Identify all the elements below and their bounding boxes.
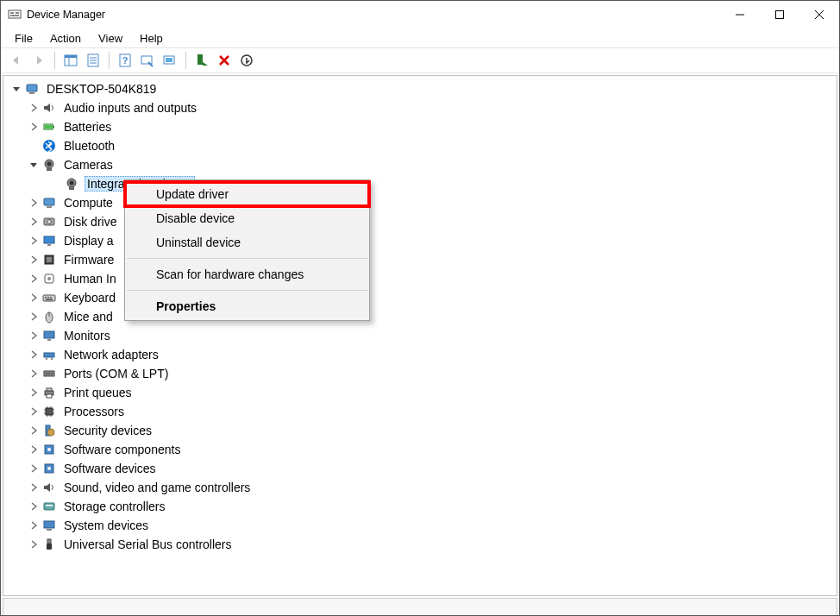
camera-icon [64, 176, 79, 192]
menu-action[interactable]: Action [41, 30, 90, 47]
tree-node-label: Firmware [62, 253, 116, 267]
svg-rect-51 [44, 331, 54, 338]
firmware-icon [41, 252, 57, 267]
expand-icon[interactable] [28, 349, 40, 361]
minimize-button[interactable] [720, 1, 760, 28]
expand-icon[interactable] [28, 121, 40, 133]
update-driver-button[interactable] [160, 50, 180, 71]
uninstall-device-button[interactable] [214, 50, 235, 71]
tree-category[interactable]: System devices [7, 516, 833, 535]
expand-icon[interactable] [28, 481, 40, 493]
computer-icon [41, 195, 57, 211]
scan-hardware-button[interactable] [137, 50, 158, 71]
expand-icon[interactable] [28, 235, 40, 247]
expand-icon[interactable] [28, 443, 40, 456]
tree-category[interactable]: Bluetooth [7, 136, 833, 155]
tree-category[interactable]: Audio inputs and outputs [7, 98, 833, 117]
mouse-icon [41, 309, 57, 324]
svg-rect-53 [44, 353, 54, 357]
sound-icon [41, 480, 57, 495]
expand-icon[interactable] [28, 197, 40, 209]
show-hide-tree-button[interactable] [60, 50, 81, 71]
svg-rect-9 [65, 55, 77, 58]
printer-icon [41, 385, 57, 400]
svg-rect-61 [47, 388, 52, 391]
menu-help[interactable]: Help [131, 30, 172, 47]
tree-root[interactable]: DESKTOP-504K819 [7, 79, 833, 98]
titlebar: Device Manager [1, 1, 839, 28]
enable-device-button[interactable] [191, 50, 212, 71]
ctx-separator [127, 258, 367, 259]
svg-rect-38 [44, 236, 54, 243]
tree-category[interactable]: Storage controllers [7, 497, 833, 516]
ctx-separator [127, 290, 367, 291]
bluetooth-icon [41, 138, 57, 154]
ctx-properties[interactable]: Properties [125, 294, 369, 318]
expand-icon[interactable] [28, 538, 40, 550]
help-button[interactable]: ? [115, 50, 135, 71]
expand-icon[interactable] [28, 368, 40, 380]
expand-icon[interactable] [28, 216, 40, 228]
toolbar-separator [109, 52, 110, 69]
back-button[interactable] [6, 50, 27, 71]
tree-category[interactable]: Sound, video and game controllers [7, 478, 833, 497]
expand-icon[interactable] [28, 405, 40, 418]
tree-node-label: Monitors [62, 329, 112, 343]
svg-rect-46 [47, 297, 49, 299]
tree-category[interactable]: Print queues [7, 383, 833, 402]
expand-icon[interactable] [28, 462, 40, 475]
svg-rect-63 [46, 408, 53, 415]
svg-rect-52 [47, 339, 51, 341]
maximize-button[interactable] [760, 1, 799, 28]
expand-icon[interactable] [28, 330, 40, 342]
collapse-icon[interactable] [10, 83, 22, 95]
toolbar: ? [1, 47, 839, 73]
tree-category[interactable]: Cameras [7, 155, 833, 174]
tree-category[interactable]: Monitors [7, 326, 833, 345]
svg-rect-35 [47, 206, 52, 208]
tree-node-label: Security devices [62, 424, 154, 437]
tree-category[interactable]: Batteries [7, 117, 833, 136]
ctx-disable-device[interactable]: Disable device [125, 206, 369, 230]
tree-node-label: Cameras [62, 158, 115, 172]
svg-point-58 [48, 373, 50, 374]
ctx-update-driver[interactable]: Update driver [125, 182, 369, 206]
ctx-scan-hardware[interactable]: Scan for hardware changes [125, 262, 369, 286]
computer-icon [24, 81, 40, 97]
properties-button[interactable] [83, 50, 103, 71]
tree-node-label: Keyboard [62, 291, 117, 305]
close-button[interactable] [799, 1, 839, 28]
expand-icon[interactable] [28, 387, 40, 399]
expand-icon[interactable] [28, 292, 40, 304]
svg-rect-54 [46, 358, 47, 360]
tree-node-label: Ports (COM & LPT) [62, 367, 170, 380]
expand-icon[interactable] [28, 424, 40, 437]
network-icon [41, 347, 57, 362]
tree-category[interactable]: Security devices [7, 421, 833, 440]
tree-category[interactable]: Software devices [7, 459, 833, 478]
expand-icon[interactable] [28, 254, 40, 266]
expand-icon[interactable] [28, 311, 40, 323]
expand-icon[interactable] [28, 500, 40, 512]
svg-rect-5 [776, 11, 784, 19]
statusbar [3, 598, 837, 616]
svg-text:?: ? [122, 55, 129, 66]
menu-view[interactable]: View [90, 30, 131, 47]
forward-button[interactable] [28, 50, 49, 71]
ctx-uninstall-device[interactable]: Uninstall device [125, 230, 369, 255]
storage-icon [41, 499, 57, 514]
menu-file[interactable]: File [6, 30, 41, 47]
expand-icon[interactable] [28, 519, 40, 531]
tree-node-label: Human In [62, 272, 118, 286]
svg-point-32 [70, 181, 74, 185]
tree-category[interactable]: Network adapters [7, 345, 833, 364]
tree-category[interactable]: Ports (COM & LPT) [7, 364, 833, 383]
toolbar-separator [185, 52, 186, 69]
collapse-icon[interactable] [28, 159, 40, 171]
expand-icon[interactable] [28, 102, 40, 114]
tree-category[interactable]: Processors [7, 402, 833, 421]
tree-category[interactable]: Software components [7, 440, 833, 459]
disable-device-button[interactable] [236, 50, 257, 71]
tree-category[interactable]: Universal Serial Bus controllers [7, 535, 833, 554]
expand-icon[interactable] [28, 273, 40, 285]
